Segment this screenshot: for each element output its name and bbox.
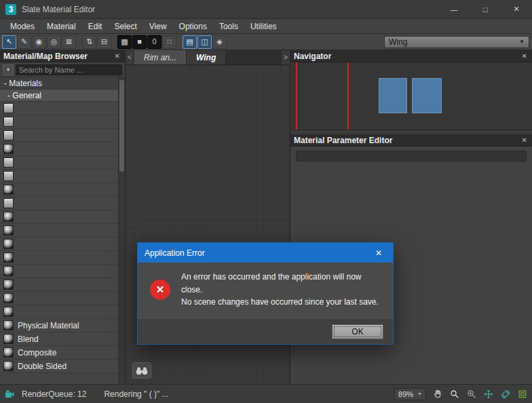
browser-search-row: ▼ (0, 62, 125, 77)
group-materials[interactable]: - Materials (0, 77, 118, 90)
chevron-down-icon: ▼ (417, 391, 422, 396)
material-swatch-row[interactable] (0, 265, 118, 278)
material-item-label: Physical Material (18, 321, 79, 330)
close-button[interactable]: ✕ (501, 0, 532, 18)
orbit-icon[interactable] (500, 389, 511, 400)
material-swatch-row[interactable] (0, 305, 118, 319)
material-swatch-icon (3, 212, 14, 222)
menu-material[interactable]: Material (41, 20, 82, 33)
material-swatch-icon (3, 130, 14, 140)
tabs-scroll-left-icon[interactable]: < (126, 50, 134, 64)
material-swatch-row[interactable] (0, 183, 118, 197)
material-swatch-icon (3, 103, 14, 113)
material-swatch-icon (3, 185, 14, 195)
material-swatch-row[interactable] (0, 292, 118, 305)
menu-modes[interactable]: Modes (4, 20, 41, 33)
render-queue-label: RenderQueue: 12 (22, 389, 86, 399)
material-swatch-row[interactable] (0, 210, 118, 224)
chevron-down-icon: ▼ (519, 39, 525, 45)
menu-options[interactable]: Options (173, 20, 213, 33)
material-swatch-row[interactable] (0, 251, 118, 265)
search-input[interactable] (16, 64, 122, 75)
navigator-header: Navigator ✕ (290, 50, 532, 62)
menu-tools[interactable]: Tools (213, 20, 244, 33)
status-icons-container (432, 389, 528, 400)
assign-material-to-selection-button[interactable]: ◉ (32, 35, 46, 49)
material-swatch-icon (3, 157, 14, 168)
material-swatch-row[interactable] (0, 102, 118, 115)
maximize-viewport-icon[interactable] (517, 389, 528, 400)
parameter-editor-close-icon[interactable]: ✕ (520, 136, 529, 144)
menu-select[interactable]: Select (108, 20, 142, 33)
status-bar: RenderQueue: 12 Rendering " ( )" ... 89%… (0, 384, 532, 403)
material-swatch-row[interactable] (0, 129, 118, 142)
material-swatch-row[interactable] (0, 197, 118, 210)
title-bar: 3 Slate Material Editor — □ ✕ (0, 0, 532, 19)
material-swatch-row[interactable] (0, 115, 118, 129)
put-material-to-scene-button[interactable]: ◎ (47, 35, 61, 49)
zoom-icon[interactable] (449, 389, 460, 400)
material-swatch-row[interactable] (0, 170, 118, 183)
navigator-canvas[interactable] (290, 62, 532, 130)
browser-scrollbar[interactable] (118, 77, 125, 384)
material-dropdown-value: Wing (389, 37, 407, 47)
material-id-channel-button[interactable]: ∷ (162, 35, 176, 49)
material-swatch-row[interactable] (0, 142, 118, 156)
browser-tree: - Materials- GeneralPhysical MaterialBle… (0, 77, 118, 384)
material-swatch-row[interactable] (0, 156, 118, 170)
material-dropdown[interactable]: Wing ▼ (384, 36, 529, 48)
browser-header: Material/Map Browser ✕ (0, 50, 125, 62)
navigator-node-thumbnail[interactable] (379, 78, 407, 113)
status-left: RenderQueue: 12 Rendering " ( )" ... (4, 389, 169, 400)
material-swatch-row[interactable] (0, 237, 118, 251)
minimize-button[interactable]: — (438, 0, 470, 18)
show-background-button[interactable]: ■ (132, 35, 147, 49)
zoom-region-icon[interactable] (466, 389, 477, 400)
layout-children-button[interactable]: ◫ (197, 35, 212, 49)
material-item-double-sided[interactable]: Double Sided (0, 360, 118, 373)
menu-edit[interactable]: Edit (82, 20, 109, 33)
delete-selected-button[interactable]: ⊠ (62, 35, 76, 49)
binoculars-icon[interactable] (132, 362, 151, 379)
material-swatch-icon (3, 334, 14, 344)
material-item-composite[interactable]: Composite (0, 346, 118, 360)
show-numbers-button[interactable]: 0 (147, 35, 162, 49)
material-item-blend[interactable]: Blend (0, 332, 118, 346)
view-tab-bar: < Rim an...Wing > (126, 50, 290, 65)
material-swatch-row[interactable] (0, 224, 118, 237)
maximize-button[interactable]: □ (470, 0, 501, 18)
navigator-close-icon[interactable]: ✕ (520, 52, 529, 60)
dialog-close-icon[interactable]: ✕ (364, 243, 393, 263)
zoom-level-dropdown[interactable]: 89% ▼ (394, 388, 426, 400)
parameter-editor-header: Material Parameter Editor ✕ (290, 134, 532, 147)
toolbar-buttons: ↖✎◉◎⊠⇅⊟▩■0∷▤◫◈ (2, 35, 227, 49)
navigator-node-thumbnail[interactable] (412, 78, 442, 113)
material-swatch-icon (3, 307, 14, 317)
material-swatch-row[interactable] (0, 278, 118, 292)
browser-scrollbar-thumb[interactable] (119, 80, 124, 172)
parameter-toolbar-slot (296, 151, 527, 161)
layout-all-button[interactable]: ▤ (183, 35, 197, 49)
material-swatch-icon (3, 293, 14, 303)
tabs-scroll-right-icon[interactable]: > (281, 50, 290, 64)
group-general[interactable]: - General (0, 90, 118, 102)
material-swatch-icon (3, 266, 14, 276)
ok-button[interactable]: OK (332, 324, 383, 339)
select-tool-button[interactable]: ↖ (2, 35, 16, 49)
tab-rim-an[interactable]: Rim an... (134, 50, 187, 64)
menu-utilities[interactable]: Utilities (244, 20, 283, 33)
render-preview-button[interactable]: ◈ (212, 35, 227, 49)
browser-close-icon[interactable]: ✕ (113, 52, 121, 60)
menu-view[interactable]: View (143, 20, 173, 33)
search-filter-icon[interactable]: ▼ (3, 64, 14, 75)
pan-hand-icon[interactable] (432, 389, 443, 400)
move-children-button[interactable]: ⇅ (82, 35, 96, 49)
tab-wing[interactable]: Wing (187, 50, 226, 64)
status-app-icon[interactable] (4, 389, 15, 400)
material-swatch-icon (3, 171, 14, 181)
hide-unused-nodeslots-button[interactable]: ⊟ (97, 35, 111, 49)
show-shaded-material-in-viewport-button[interactable]: ▩ (117, 35, 132, 49)
pan-view-icon[interactable] (483, 389, 494, 400)
pick-material-from-object-button[interactable]: ✎ (17, 35, 31, 49)
material-item-physical-material[interactable]: Physical Material (0, 319, 118, 332)
